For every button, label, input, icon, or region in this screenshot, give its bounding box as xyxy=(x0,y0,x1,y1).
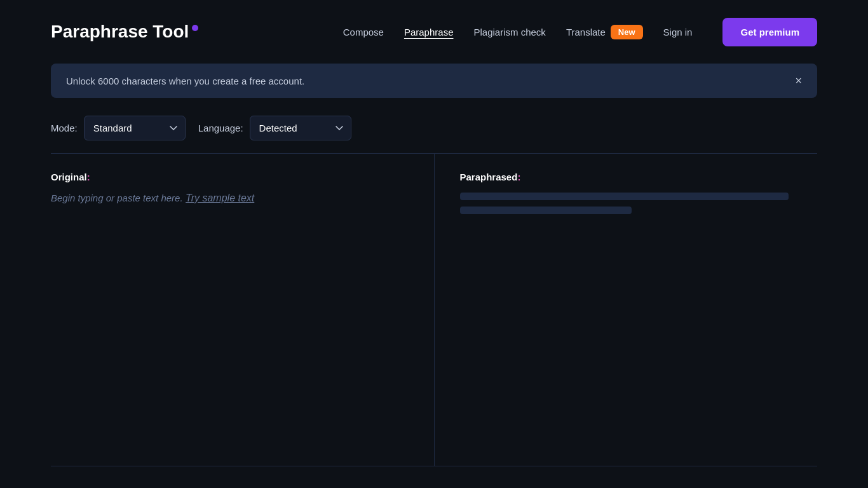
nav-plagiarism[interactable]: Plagiarism check xyxy=(474,27,546,37)
nav-translate[interactable]: Translate xyxy=(566,27,606,37)
language-select[interactable]: Detected English Spanish French German P… xyxy=(250,116,351,140)
original-textarea[interactable] xyxy=(51,204,409,445)
new-badge: New xyxy=(611,25,643,39)
bottom-divider xyxy=(51,466,817,466)
paraphrased-colon: : xyxy=(517,172,520,182)
nav-compose[interactable]: Compose xyxy=(343,27,384,37)
language-control-group: Language: Detected English Spanish Frenc… xyxy=(198,116,351,140)
paraphrased-panel-label: Paraphrased: xyxy=(460,172,818,182)
banner-message: Unlock 6000 characters when you create a… xyxy=(66,76,304,86)
logo-text: Paraphrase Tool xyxy=(51,22,189,42)
loading-bar-2 xyxy=(460,207,632,214)
promo-banner: Unlock 6000 characters when you create a… xyxy=(51,64,817,98)
loading-bar-1 xyxy=(460,193,789,200)
sign-in-button[interactable]: Sign in xyxy=(663,27,693,37)
original-panel: Original: Begin typing or paste text her… xyxy=(51,154,435,466)
paraphrased-panel: Paraphrased: xyxy=(435,154,818,466)
original-placeholder: Begin typing or paste text here. Try sam… xyxy=(51,193,409,204)
nav-paraphrase[interactable]: Paraphrase xyxy=(404,27,454,37)
banner-close-button[interactable]: × xyxy=(795,75,802,86)
paraphrased-loading xyxy=(460,193,818,214)
original-colon: : xyxy=(87,172,90,182)
main-nav: Compose Paraphrase Plagiarism check Tran… xyxy=(343,18,817,46)
translate-nav-group: Translate New xyxy=(566,25,643,39)
editor-container: Original: Begin typing or paste text her… xyxy=(51,154,817,466)
mode-control-group: Mode: Standard Fluency Formal Academic S… xyxy=(51,116,186,140)
controls-row: Mode: Standard Fluency Formal Academic S… xyxy=(0,116,868,140)
try-sample-link[interactable]: Try sample text xyxy=(186,193,254,203)
mode-select[interactable]: Standard Fluency Formal Academic Simple … xyxy=(84,116,186,140)
mode-label: Mode: xyxy=(51,123,78,133)
logo-dot xyxy=(192,25,198,31)
get-premium-button[interactable]: Get premium xyxy=(722,18,817,46)
logo: Paraphrase Tool xyxy=(51,22,198,42)
language-label: Language: xyxy=(198,123,243,133)
placeholder-static-text: Begin typing or paste text here. xyxy=(51,193,183,203)
header: Paraphrase Tool Compose Paraphrase Plagi… xyxy=(0,0,868,64)
original-panel-label: Original: xyxy=(51,172,409,182)
